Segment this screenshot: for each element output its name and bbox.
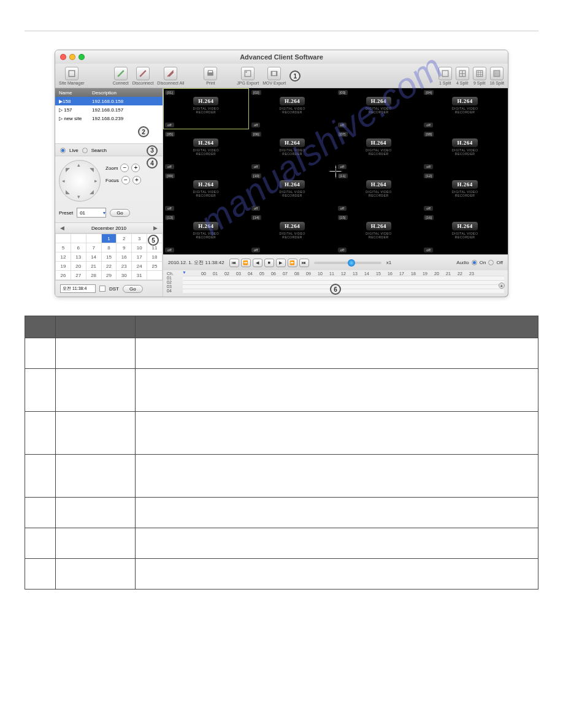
svg-rect-0 — [69, 70, 75, 77]
timeline-marker-icon[interactable]: ▼ — [182, 270, 186, 275]
sitelist: ▶158192.168.0.158 ▷ 157192.168.0.157 ▷ n… — [55, 97, 163, 143]
channel-tag: [01] — [165, 90, 175, 95]
channel-cell[interactable]: [02]H.264DIGITAL VIDEO RECORDERoff — [250, 88, 335, 129]
step-back-button[interactable]: ◀ — [253, 259, 262, 267]
preset-select[interactable]: 01▾ — [77, 208, 106, 218]
channel-cell[interactable]: [07]H.264DIGITAL VIDEO RECORDERoff — [336, 130, 422, 171]
channel-cell[interactable]: [09]H.264DIGITAL VIDEO RECORDERoff — [163, 172, 249, 213]
table-row — [25, 412, 538, 455]
jpg-export-button[interactable]: JPG Export — [237, 67, 259, 85]
play-button[interactable]: ▶ — [276, 259, 286, 267]
channel-tag: [08] — [424, 132, 434, 137]
search-radio[interactable] — [82, 148, 88, 153]
audio-on-radio[interactable] — [472, 260, 477, 265]
channel-off-badge: off — [251, 123, 261, 127]
channel-tag: [06] — [251, 132, 261, 137]
callout-1: 1 — [289, 70, 301, 82]
mode-selector: Live Search 3 — [55, 143, 163, 156]
split-16-button[interactable]: 16 Split — [490, 67, 504, 85]
site-row[interactable]: ▷ 157192.168.0.157 — [55, 105, 163, 114]
ptz-wheel[interactable]: ▴▾ ◂▸ ◤◥ ◣◢ — [59, 160, 101, 202]
channel-cell[interactable]: [10]H.264DIGITAL VIDEO RECORDERoff — [250, 172, 335, 213]
split-9-button[interactable]: 9 Split — [473, 67, 486, 85]
mov-export-button[interactable]: MOV Export — [262, 67, 286, 85]
table-row — [25, 338, 538, 369]
channel-cell[interactable]: [15]H.264DIGITAL VIDEO RECORDERoff — [336, 213, 422, 254]
dst-checkbox[interactable] — [99, 286, 105, 292]
audio-off-radio[interactable] — [488, 260, 494, 265]
table-row — [25, 369, 538, 412]
channel-off-badge: off — [165, 123, 174, 127]
site-manager-button[interactable]: Site Manager — [59, 67, 85, 85]
description-table — [25, 316, 538, 590]
forward-button[interactable]: ⏩ — [288, 259, 297, 267]
speed-slider[interactable] — [314, 262, 381, 264]
channel-cell[interactable]: [01]H.264DIGITAL VIDEO RECORDERoff — [163, 88, 249, 129]
table-header-desc — [136, 316, 538, 338]
split-4-button[interactable]: 4 Split — [456, 67, 469, 85]
codec-badge: H.264 — [193, 180, 218, 189]
zoom-out-button[interactable]: − — [120, 164, 129, 172]
time-go-button[interactable]: Go — [123, 285, 143, 293]
scroll-up-button[interactable]: ▴ — [499, 282, 505, 289]
zoom-in-button[interactable]: + — [131, 164, 140, 172]
codec-badge: H.264 — [366, 97, 391, 105]
stop-button[interactable]: ■ — [264, 259, 274, 267]
codec-badge: H.264 — [452, 138, 477, 147]
print-button[interactable]: Print — [204, 67, 217, 85]
timeline-channel-row[interactable]: 01 — [167, 276, 504, 280]
channel-cell[interactable]: [03]H.264DIGITAL VIDEO RECORDERoff — [336, 88, 422, 129]
codec-badge: H.264 — [366, 180, 391, 189]
callout-4: 4 — [147, 157, 158, 169]
channel-cell[interactable]: [08]H.264DIGITAL VIDEO RECORDERoff — [422, 130, 508, 171]
channel-off-badge: off — [424, 123, 433, 127]
preset-go-button[interactable]: Go — [110, 209, 130, 217]
channel-cell[interactable]: [05]H.264DIGITAL VIDEO RECORDERoff — [163, 130, 249, 171]
calendar-grid[interactable]: 1234 567891011 12131415161718 1920212223… — [55, 233, 163, 280]
channel-off-badge: off — [338, 123, 347, 127]
focus-in-button[interactable]: + — [132, 176, 141, 184]
disconnect-button[interactable]: Disconnect — [132, 67, 154, 85]
channel-off-badge: off — [338, 248, 347, 252]
callout-5: 5 — [148, 235, 159, 246]
time-input[interactable]: 오전 11:38:4 — [60, 284, 96, 293]
timeline: ▼ Ch. 0001020304050607080910111213141516… — [163, 270, 508, 297]
codec-badge: H.264 — [280, 138, 305, 147]
table-row — [25, 528, 538, 559]
connect-button[interactable]: Connect — [113, 67, 129, 85]
playback-bar: 2010.12. 1. 오전 11:38:42 ⏮ ⏪ ◀ ■ ▶ ⏩ ⏭ x1… — [163, 254, 508, 270]
disconnect-all-button[interactable]: Disconnect All — [157, 67, 184, 85]
toolbar-right: 1 Split 4 Split 9 Split 16 Split — [439, 67, 504, 85]
channel-off-badge: off — [424, 248, 433, 252]
cal-next-button[interactable]: ▶ — [153, 225, 158, 231]
channel-tag: [16] — [424, 215, 434, 220]
svg-point-4 — [246, 71, 247, 72]
ptz-panel: 4 ▴▾ ◂▸ ◤◥ ◣◢ Zoom−+ Focus−+ — [55, 156, 163, 205]
channel-tag: [04] — [424, 90, 434, 95]
site-row[interactable]: ▶158192.168.0.158 — [55, 97, 163, 105]
channel-cell[interactable]: [12]H.264DIGITAL VIDEO RECORDERoff — [422, 172, 508, 213]
skip-first-button[interactable]: ⏮ — [229, 259, 239, 267]
channel-cell[interactable]: [13]H.264DIGITAL VIDEO RECORDERoff — [163, 213, 249, 254]
site-row[interactable]: ▷ new site192.168.0.239 — [55, 114, 163, 123]
codec-badge: H.264 — [280, 222, 305, 230]
channel-cell[interactable]: [11]H.264DIGITAL VIDEO RECORDERoff — [336, 172, 422, 213]
rewind-button[interactable]: ⏪ — [241, 259, 251, 267]
focus-out-button[interactable]: − — [121, 176, 130, 184]
channel-off-badge: off — [165, 164, 174, 169]
playback-timestamp: 2010.12. 1. 오전 11:38:42 — [168, 259, 224, 266]
channel-cell[interactable]: [06]H.264DIGITAL VIDEO RECORDERoff — [250, 130, 335, 171]
channel-cell[interactable]: [04]H.264DIGITAL VIDEO RECORDERoff — [422, 88, 508, 129]
channel-cell[interactable]: [16]H.264DIGITAL VIDEO RECORDERoff — [422, 213, 508, 254]
cal-prev-button[interactable]: ◀ — [60, 225, 64, 231]
channel-cell[interactable]: [14]H.264DIGITAL VIDEO RECORDERoff — [250, 213, 335, 254]
svg-rect-2 — [209, 70, 213, 73]
channel-off-badge: off — [251, 164, 261, 169]
split-1-button[interactable]: 1 Split — [439, 67, 452, 85]
live-radio[interactable] — [60, 148, 66, 153]
channel-tag: [10] — [251, 173, 261, 178]
main-body: Name Description ▶158192.168.0.158 ▷ 157… — [55, 88, 508, 297]
cal-title: December 2010 — [91, 226, 126, 231]
skip-last-button[interactable]: ⏭ — [299, 259, 309, 267]
speed-label: x1 — [386, 260, 391, 265]
